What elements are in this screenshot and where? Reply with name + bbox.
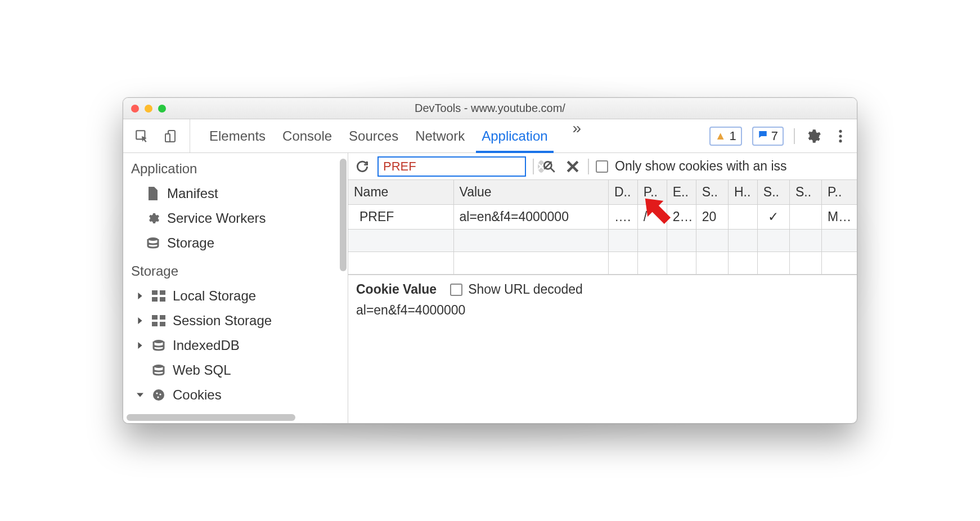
svg-point-4 [839,134,842,137]
device-toggle-icon[interactable] [163,129,179,143]
warning-icon: ▲ [715,129,726,142]
inspect-icon[interactable] [133,129,150,143]
cookies-panel: Only show cookies with an iss Name Value… [348,153,857,423]
svg-point-19 [159,393,161,395]
sidebar-item-label: Storage [167,235,214,251]
sidebar-item-label: IndexedDB [173,338,240,353]
section-storage: Storage [123,255,348,284]
delete-selected-button[interactable] [564,160,581,173]
tab-application[interactable]: Application [482,119,547,152]
col-httponly[interactable]: H.. [728,180,757,205]
cell-name: PREF [348,205,453,230]
col-value[interactable]: Value [453,180,608,205]
message-icon [758,129,768,142]
messages-badge[interactable]: 7 [752,127,784,146]
window-titlebar: DevTools - www.youtube.com/ [123,98,857,119]
filter-input-wrapper [377,156,526,177]
svg-rect-12 [160,315,165,320]
col-samesite[interactable]: S.. [789,180,821,205]
zoom-window-button[interactable] [158,105,166,113]
sidebar-item-label: Service Workers [167,210,266,226]
tab-network[interactable]: Network [415,119,465,152]
cell-domain: …. [608,205,637,230]
refresh-button[interactable] [354,159,371,174]
table-row-empty [348,230,857,252]
sidebar-item-web-sql[interactable]: Web SQL [123,358,348,383]
show-url-decoded-label: Show URL decoded [468,282,583,297]
sidebar-vertical-scrollbar[interactable] [340,159,347,271]
col-size[interactable]: S.. [696,180,728,205]
chevron-right-icon [137,342,145,349]
svg-point-6 [148,237,158,241]
cookie-value-text: al=en&f4=4000000 [356,303,849,318]
svg-point-15 [154,340,164,343]
database-icon [151,338,166,353]
col-name[interactable]: Name [348,180,453,205]
window-title: DevTools - www.youtube.com/ [123,102,857,115]
sidebar-item-cookies[interactable]: Cookies [123,383,348,407]
svg-point-20 [157,396,159,398]
kebab-menu-button[interactable] [832,129,849,143]
col-domain[interactable]: D.. [608,180,637,205]
svg-point-17 [153,389,164,401]
settings-button[interactable] [805,128,822,144]
cell-expires: 2… [667,205,696,230]
database-icon [151,363,166,378]
tab-elements[interactable]: Elements [209,119,266,152]
cell-size: 20 [696,205,728,230]
file-icon [146,186,160,201]
sidebar-item-label: Cookies [173,387,222,403]
sidebar-item-label: Manifest [167,186,218,201]
col-path[interactable]: P.. [637,180,667,205]
more-tabs-button[interactable]: » [565,119,590,152]
devtools-toolbar: Elements Console Sources Network Applica… [123,119,857,153]
svg-rect-14 [160,322,165,326]
sidebar-item-local-storage[interactable]: Local Storage [123,284,348,308]
only-issues-checkbox[interactable] [596,160,608,173]
application-sidebar: Application Manifest Service Workers Sto… [123,153,348,423]
separator [588,159,589,174]
grid-icon [151,313,166,328]
panel-tabs: Elements Console Sources Network Applica… [196,119,589,152]
col-expires[interactable]: E.. [667,180,696,205]
gear-icon [146,211,160,226]
cell-samesite [789,205,821,230]
clear-all-cookies-button[interactable] [541,159,558,174]
section-application: Application [123,153,348,181]
minimize-window-button[interactable] [145,105,152,113]
sidebar-horizontal-scrollbar[interactable] [127,414,295,421]
tab-console[interactable]: Console [282,119,332,152]
filter-input[interactable] [383,159,538,174]
close-window-button[interactable] [131,105,139,113]
cookie-icon [151,388,166,402]
table-row[interactable]: PREF al=en&f4=4000000 …. / 2… 20 ✓ M… [348,205,857,230]
warnings-badge[interactable]: ▲ 1 [709,127,742,146]
sidebar-item-storage[interactable]: Storage [123,231,348,255]
svg-rect-7 [152,290,158,295]
svg-point-3 [839,129,842,132]
table-row-empty [348,252,857,275]
col-secure[interactable]: S.. [757,180,789,205]
cookie-value-label: Cookie Value [356,282,437,297]
devtools-window: DevTools - www.youtube.com/ Elements Con… [123,97,857,424]
window-controls [123,105,166,113]
cookies-toolbar: Only show cookies with an iss [348,153,857,180]
sidebar-item-manifest[interactable]: Manifest [123,181,348,206]
cell-httponly [728,205,757,230]
chevron-right-icon [137,293,145,299]
cell-secure: ✓ [757,205,789,230]
database-icon [146,236,160,250]
sidebar-item-session-storage[interactable]: Session Storage [123,308,348,333]
sidebar-item-label: Session Storage [173,313,272,329]
cookies-table: Name Value D.. P.. E.. S.. H.. S.. S.. P… [348,180,857,275]
svg-rect-10 [160,297,165,302]
svg-rect-11 [152,315,158,320]
show-url-decoded-checkbox[interactable] [450,284,462,296]
separator [533,159,534,174]
sidebar-item-indexeddb[interactable]: IndexedDB [123,333,348,358]
chevron-right-icon [137,317,145,324]
svg-rect-2 [165,134,170,142]
tab-sources[interactable]: Sources [349,119,398,152]
sidebar-item-service-workers[interactable]: Service Workers [123,206,348,231]
col-priority[interactable]: P.. [822,180,857,205]
